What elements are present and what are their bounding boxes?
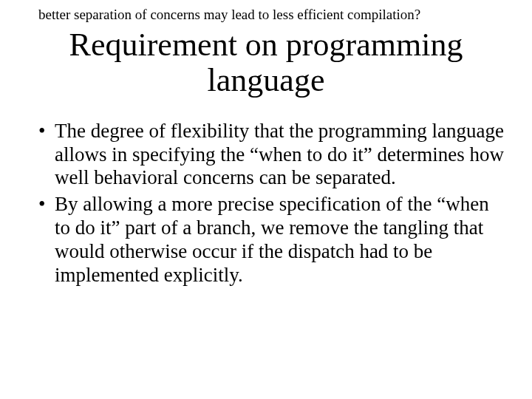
bullet-list: The degree of flexibility that the progr… — [22, 120, 510, 287]
slide: better separation of concerns may lead t… — [0, 0, 532, 399]
annotation-text: better separation of concerns may lead t… — [38, 7, 510, 23]
slide-title: Requirement on programming language — [22, 27, 510, 99]
list-item: The degree of flexibility that the progr… — [38, 120, 507, 191]
list-item: By allowing a more precise specification… — [38, 193, 507, 287]
